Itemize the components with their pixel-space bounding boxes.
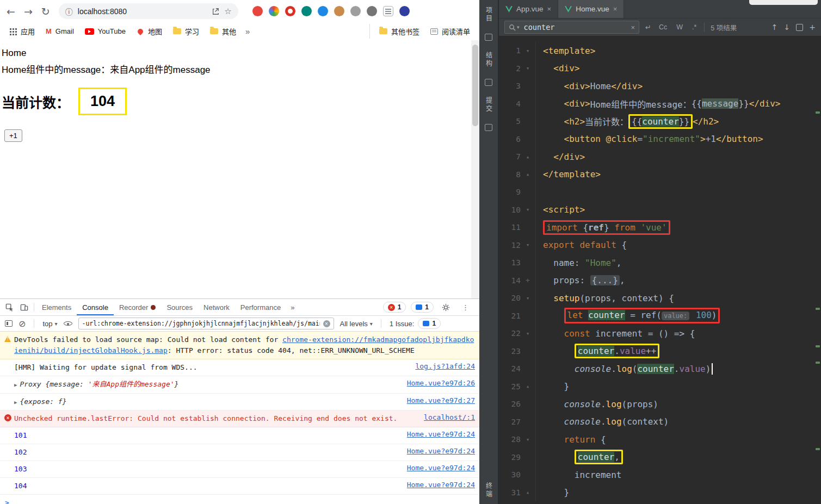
bookmarks-overflow-icon[interactable]: » [241, 27, 254, 36]
regex-toggle[interactable]: .* [690, 22, 698, 32]
source-link[interactable]: localhost/:1 [424, 413, 475, 421]
issues-chip[interactable]: 1 [418, 318, 441, 329]
increment-button[interactable]: +1 [4, 129, 22, 142]
code-line[interactable]: 11import {ref} from 'vue' [499, 219, 821, 237]
devtools-tab-performance[interactable]: Performance [235, 299, 286, 315]
source-link[interactable]: Home.vue?e97d:27 [407, 396, 475, 405]
code-line[interactable]: 3 <div>Home</div> [499, 77, 821, 95]
code-line[interactable]: 12▾export default { [499, 237, 821, 254]
code-line[interactable]: 23 counter.value++ [499, 343, 821, 360]
bookmark-gmail[interactable]: Gmail [41, 25, 79, 38]
site-info-icon[interactable]: ⓘ [65, 6, 73, 17]
bookmark-apps[interactable]: 应用 [4, 24, 40, 39]
bookmark-study[interactable]: 学习 [168, 24, 204, 39]
forward-icon[interactable]: → [24, 5, 33, 17]
code-line[interactable]: 22▾ const increment = () => { [499, 325, 821, 343]
reload-icon[interactable]: ↻ [41, 5, 50, 17]
code-line[interactable]: 24 console.log(counter.value) [499, 360, 821, 378]
code-line[interactable]: 10▾<script> [499, 201, 821, 219]
code-line[interactable]: 20▾ setup(props, context) { [499, 289, 821, 307]
code-line[interactable]: 29 counter, [499, 449, 821, 466]
close-tab-icon[interactable]: × [547, 5, 552, 13]
code-line[interactable]: 27 console.log(context) [499, 413, 821, 431]
project-folder-icon[interactable] [485, 34, 492, 41]
search-icon[interactable] [509, 24, 520, 31]
source-link[interactable]: log.js?1afd:24 [415, 362, 475, 370]
bookmark-other[interactable]: 其他 [205, 24, 241, 39]
bookmark-icon[interactable] [485, 124, 492, 131]
whole-words-toggle[interactable]: W [675, 22, 684, 32]
bookmark-youtube[interactable]: YouTube [80, 25, 131, 38]
extension-cookie-icon[interactable] [334, 6, 344, 16]
fold-icon[interactable]: ▾ [521, 241, 535, 248]
search-query[interactable]: counter [524, 23, 627, 32]
back-icon[interactable]: ← [7, 5, 15, 17]
url-text[interactable]: localhost:8080 [78, 7, 207, 16]
issues-button[interactable]: 1 Issue: 1 [390, 318, 441, 329]
extension-3-icon[interactable] [285, 6, 295, 16]
editor-scrollbar[interactable] [814, 36, 821, 504]
source-link[interactable]: Home.vue?e97d:24 [407, 430, 475, 438]
clear-filter-icon[interactable] [323, 320, 330, 327]
code-line[interactable]: 5 <h2>当前计数：{{counter}}</h2> [499, 113, 821, 130]
fold-icon[interactable]: ▴ [521, 489, 535, 496]
clear-search-icon[interactable]: × [631, 23, 635, 32]
code-line[interactable]: 6 <button @click="increment">+1</button> [499, 130, 821, 148]
devtools-tab-recorder[interactable]: Recorder [114, 299, 161, 315]
address-bar[interactable]: ⓘ localhost:8080 ☆ [59, 3, 238, 19]
context-selector[interactable]: top [42, 320, 57, 328]
structure-icon[interactable] [485, 79, 492, 86]
fold-icon[interactable]: + [521, 276, 535, 284]
bookmark-maps[interactable]: 地图 [132, 24, 167, 39]
scrollbar-thumb[interactable] [472, 45, 478, 126]
fold-icon[interactable]: ▾ [521, 65, 535, 72]
fold-icon[interactable]: ▾ [521, 295, 535, 302]
console-prompt[interactable]: > [0, 495, 479, 504]
bookmark-reading-list[interactable]: 阅读清单 [425, 24, 475, 39]
clear-console-icon[interactable]: ⊘ [18, 319, 26, 329]
source-link[interactable]: Home.vue?e97d:24 [407, 447, 475, 455]
more-tabs-icon[interactable]: » [286, 303, 299, 312]
extension-2-icon[interactable] [269, 6, 279, 16]
console-filter-input[interactable]: -url:chrome-extension://jgphnjokjhjlcnna… [78, 318, 334, 329]
console-sidebar-icon[interactable] [5, 320, 13, 327]
source-link[interactable]: Home.vue?e97d:26 [407, 379, 475, 387]
extension-5-icon[interactable] [318, 6, 328, 16]
live-expression-eye-icon[interactable] [64, 320, 72, 327]
page-scrollbar[interactable] [471, 40, 479, 298]
code-line[interactable]: 9 [499, 183, 821, 201]
previous-match-icon[interactable]: ↑ [771, 23, 778, 32]
devtools-tab-network[interactable]: Network [198, 299, 235, 315]
extension-4-icon[interactable] [301, 6, 312, 16]
console-message-badge[interactable]: 1 [411, 302, 434, 313]
code-line[interactable]: 13 name: "Home", [499, 254, 821, 272]
kebab-menu-icon[interactable]: ⋮ [458, 300, 473, 315]
share-icon[interactable] [212, 8, 219, 15]
fold-icon[interactable]: ▾ [521, 206, 535, 213]
newline-icon[interactable]: ↵ [645, 23, 651, 32]
tool-window-terminal[interactable]: 终端 [484, 482, 493, 499]
code-editor[interactable]: 1▾<template>2▾ <div>3 <div>Home</div>4 <… [499, 36, 821, 504]
code-line[interactable]: 7▴ </div> [499, 148, 821, 166]
tool-window-project[interactable]: 项目 [484, 7, 493, 23]
tool-window-structure[interactable]: 结构 [484, 52, 493, 68]
extensions-puzzle-icon[interactable] [367, 6, 377, 16]
select-all-matches-icon[interactable] [796, 24, 803, 31]
devtools-tab-elements[interactable]: Elements [36, 299, 77, 315]
code-line[interactable]: 8▴</template> [499, 166, 821, 184]
fold-icon[interactable]: ▾ [521, 47, 535, 54]
fold-icon[interactable]: ▴ [521, 171, 535, 178]
extension-6-icon[interactable] [350, 6, 361, 16]
tool-window-commit[interactable]: 提交 [484, 97, 493, 113]
fold-icon[interactable]: ▾ [521, 330, 535, 337]
code-line[interactable]: 2▾ <div> [499, 60, 821, 78]
code-line[interactable]: 21 let counter = ref(value: 100) [499, 307, 821, 325]
editor-tab-home-vue[interactable]: Home.vue× [558, 0, 624, 18]
code-line[interactable]: 25▴ } [499, 378, 821, 396]
console-error-badge[interactable]: 1 [383, 302, 406, 313]
fold-icon[interactable]: ▴ [521, 383, 535, 390]
device-toolbar-icon[interactable] [17, 300, 32, 315]
tab-list-icon[interactable] [383, 6, 393, 16]
devtools-tab-console[interactable]: Console [77, 299, 114, 315]
editor-tab-app-vue[interactable]: App.vue× [499, 0, 558, 18]
